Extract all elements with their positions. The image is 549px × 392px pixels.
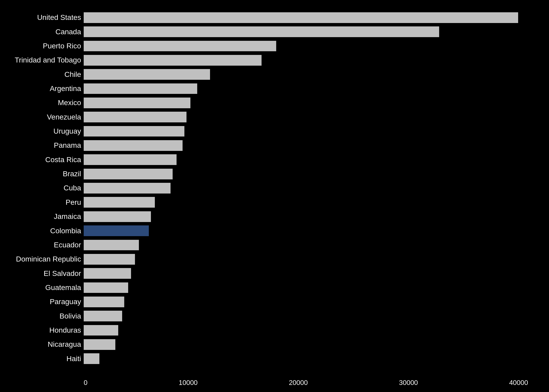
bar xyxy=(84,41,276,52)
bar xyxy=(84,268,131,279)
bar xyxy=(84,126,184,137)
bar-row: Colombia xyxy=(84,224,528,238)
bar-row: Costa Rica xyxy=(84,153,528,167)
bar xyxy=(84,282,128,293)
bar-label: Colombia xyxy=(3,227,81,235)
bar-label: Guatemala xyxy=(3,283,81,292)
bar xyxy=(84,183,171,194)
bar-row: El Salvador xyxy=(84,266,528,280)
bar-label: El Salvador xyxy=(3,269,81,278)
x-axis-tick: 30000 xyxy=(399,379,418,387)
bar xyxy=(84,353,99,364)
bar-row: Argentina xyxy=(84,82,528,96)
bar-label: United States xyxy=(3,13,81,22)
bar-chart: United StatesCanadaPuerto RicoTrinidad a… xyxy=(84,10,528,366)
bar-label: Bolivia xyxy=(3,312,81,320)
chart-container: United StatesCanadaPuerto RicoTrinidad a… xyxy=(0,0,549,392)
bar-row: Paraguay xyxy=(84,295,528,309)
bar xyxy=(84,197,155,208)
bar-row: Uruguay xyxy=(84,124,528,138)
bar-label: Haiti xyxy=(3,355,81,363)
bar xyxy=(84,254,135,265)
bar xyxy=(84,339,115,350)
bar-row: Bolivia xyxy=(84,309,528,323)
bar-row: Canada xyxy=(84,25,528,39)
bar xyxy=(84,297,124,307)
bar-label: Jamaica xyxy=(3,212,81,221)
bar-row: Nicaragua xyxy=(84,337,528,351)
bar xyxy=(84,211,151,222)
bar xyxy=(84,26,439,37)
bar-row: Peru xyxy=(84,195,528,209)
bar-row: Jamaica xyxy=(84,209,528,224)
bar-row: Puerto Rico xyxy=(84,39,528,53)
bar-row: Panama xyxy=(84,138,528,152)
bar-label: Costa Rica xyxy=(3,156,81,164)
bar-label: Ecuador xyxy=(3,241,81,249)
bar-row: Ecuador xyxy=(84,238,528,252)
bar xyxy=(84,83,197,94)
bar-row: Venezuela xyxy=(84,110,528,124)
bar-label: Brazil xyxy=(3,170,81,178)
bar-label: Dominican Republic xyxy=(3,255,81,263)
bar-label: Venezuela xyxy=(3,113,81,121)
bar xyxy=(84,12,518,23)
bar-row: Trinidad and Tobago xyxy=(84,53,528,67)
x-axis-tick: 0 xyxy=(84,379,87,387)
bar-row: Mexico xyxy=(84,96,528,110)
bar-label: Paraguay xyxy=(3,298,81,306)
bar-label: Trinidad and Tobago xyxy=(3,56,81,64)
bar xyxy=(84,225,149,236)
bar-row: Haiti xyxy=(84,352,528,366)
bar-row: Chile xyxy=(84,67,528,81)
bar xyxy=(84,325,118,336)
bar-label: Argentina xyxy=(3,84,81,93)
bar-label: Honduras xyxy=(3,326,81,334)
x-axis-tick: 40000 xyxy=(509,379,528,387)
bar xyxy=(84,98,190,108)
bar xyxy=(84,69,210,80)
bar xyxy=(84,55,262,66)
bar-label: Nicaragua xyxy=(3,340,81,349)
bar xyxy=(84,169,173,179)
x-axis: 010000200003000040000 xyxy=(84,379,528,387)
bar-label: Uruguay xyxy=(3,127,81,135)
bar-label: Panama xyxy=(3,141,81,150)
bar-label: Mexico xyxy=(3,99,81,107)
bar-row: Honduras xyxy=(84,323,528,337)
bar-label: Peru xyxy=(3,198,81,207)
bar xyxy=(84,154,177,165)
bar xyxy=(84,140,183,151)
bar-row: Dominican Republic xyxy=(84,252,528,266)
bar-label: Chile xyxy=(3,70,81,79)
bar xyxy=(84,311,122,321)
bar-row: Cuba xyxy=(84,181,528,195)
bar xyxy=(84,112,186,122)
x-axis-tick: 10000 xyxy=(179,379,197,387)
bar-label: Puerto Rico xyxy=(3,42,81,50)
bar-row: Brazil xyxy=(84,167,528,181)
bar xyxy=(84,240,139,251)
chart-area: United StatesCanadaPuerto RicoTrinidad a… xyxy=(84,10,528,366)
bar-row: Guatemala xyxy=(84,281,528,295)
bar-label: Canada xyxy=(3,28,81,36)
bar-row: United States xyxy=(84,10,528,25)
bar-label: Cuba xyxy=(3,184,81,192)
x-axis-tick: 20000 xyxy=(289,379,308,387)
